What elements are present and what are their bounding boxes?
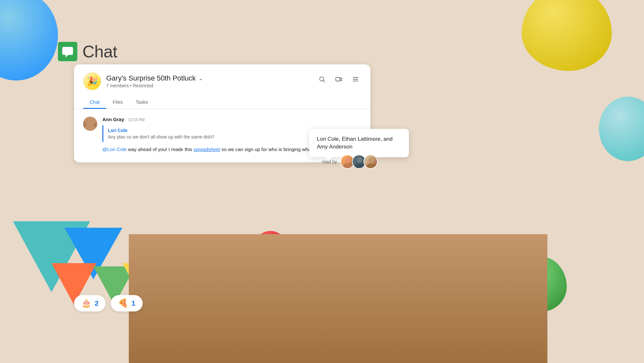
tooltip-popup: Lori Cole, Ethan Lattimore, and Amy Ande… [309, 129, 409, 157]
tab-files[interactable]: Files [106, 95, 129, 109]
reactions: 🎂 2 🍕 1 [74, 295, 143, 311]
svg-rect-5 [353, 81, 358, 81]
mention[interactable]: @Lori Cole [102, 147, 127, 152]
message-body: way ahead of you! I made this [128, 147, 193, 152]
svg-rect-2 [336, 78, 340, 81]
svg-rect-3 [353, 77, 358, 78]
card-header: 🎉 Gary's Surprise 50th Potluck ⌄ 7 membe… [74, 64, 370, 90]
group-name-row[interactable]: Gary's Surprise 50th Potluck ⌄ [106, 74, 203, 82]
group-name: Gary's Surprise 50th Potluck [106, 74, 196, 82]
header-actions [316, 72, 361, 85]
app-logo [58, 42, 77, 61]
message-header: Ann Gray 12:15 PM [102, 117, 361, 122]
group-avatar: 🎉 [83, 72, 101, 90]
main-content: Chat 🎉 Gary's Surprise 50th Potluck ⌄ 7 … [0, 0, 644, 363]
app-title: Chat [82, 42, 117, 61]
group-avatar-emoji: 🎉 [87, 76, 98, 87]
tooltip-text: Lori Cole, Ethan Lattimore, and Amy Ande… [317, 136, 393, 150]
pizza-count: 1 [131, 299, 135, 308]
message-suffix: so we can sign up for who is bringing wh… [222, 147, 312, 152]
spreadsheet-link[interactable]: spreadsheet [194, 147, 220, 152]
group-meta: 7 members • Restricted [106, 83, 203, 88]
read-by-avatars [340, 155, 378, 169]
reaction-cake[interactable]: 🎂 2 [74, 295, 106, 311]
tab-chat[interactable]: Chat [83, 95, 106, 109]
separator: • [130, 83, 133, 88]
avatar [83, 117, 97, 131]
member-count: 7 members [106, 83, 129, 88]
tab-tasks[interactable]: Tasks [129, 95, 154, 109]
cake-count: 2 [95, 299, 99, 308]
read-by-section: read by [322, 155, 378, 169]
chevron-down-icon[interactable]: ⌄ [198, 75, 203, 82]
tab-bar: Chat Files Tasks [74, 95, 370, 109]
privacy-label: Restricted [133, 83, 153, 88]
svg-rect-4 [353, 79, 358, 80]
cake-emoji: 🎂 [81, 298, 91, 308]
reaction-pizza[interactable]: 🍕 1 [111, 295, 142, 311]
pizza-emoji: 🍕 [118, 298, 128, 308]
search-button[interactable] [316, 73, 328, 85]
sender-name: Ann Gray [102, 117, 124, 122]
video-button[interactable] [333, 73, 345, 85]
message-time: 12:15 PM [128, 118, 145, 122]
reader-avatar-3[interactable] [364, 155, 378, 169]
group-info: 🎉 Gary's Surprise 50th Potluck ⌄ 7 membe… [83, 72, 203, 90]
app-header: Chat [58, 42, 117, 61]
menu-button[interactable] [350, 73, 361, 85]
group-text: Gary's Surprise 50th Potluck ⌄ 7 members… [106, 74, 203, 88]
read-by-label: read by [322, 159, 337, 164]
